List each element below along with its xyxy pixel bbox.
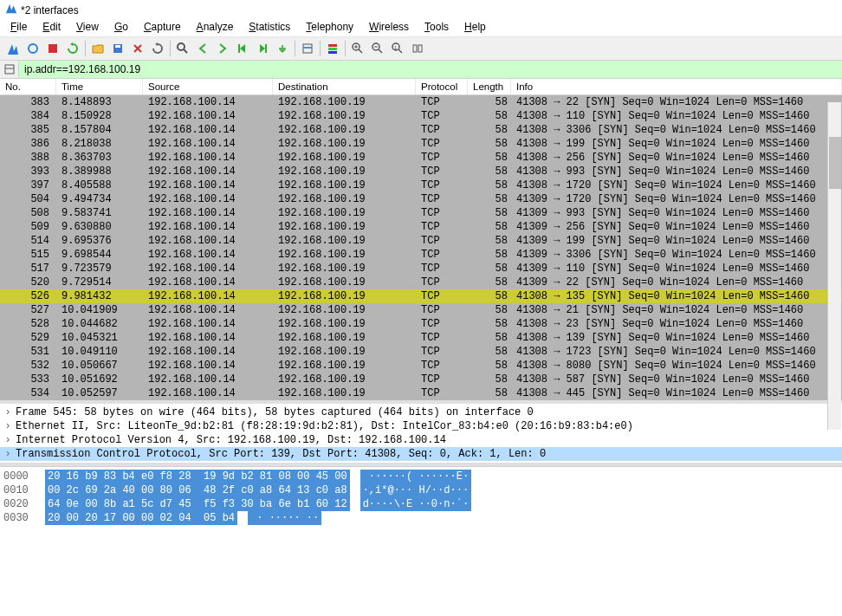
expand-icon[interactable]: › [3,448,12,460]
zoom-in-icon[interactable] [348,39,367,58]
packet-details-pane[interactable]: ›Frame 545: 58 bytes on wire (464 bits),… [0,404,842,466]
menu-file[interactable]: File [3,19,34,35]
packet-row[interactable]: 5209.729514192.168.100.14192.168.100.19T… [0,276,842,289]
packet-row[interactable]: 53410.052597192.168.100.14192.168.100.19… [0,386,842,400]
packet-row[interactable]: 3848.150928192.168.100.14192.168.100.19T… [0,109,842,123]
go-forward-icon[interactable] [213,39,232,58]
hex-row[interactable]: 001000 2c 69 2a 40 00 80 06 48 2f c0 a8 … [3,483,839,497]
bookmark-icon[interactable] [0,61,19,78]
resize-columns-icon[interactable] [408,39,427,58]
col-source[interactable]: Source [143,79,273,94]
display-filter-input[interactable] [19,61,842,78]
col-protocol[interactable]: Protocol [416,79,468,94]
packet-row[interactable]: 52810.044682192.168.100.14192.168.100.19… [0,317,842,331]
svg-rect-3 [115,45,120,48]
scrollbar-thumb[interactable] [829,137,841,189]
svg-rect-12 [328,51,337,54]
window-title: *2 interfaces [21,4,79,16]
svg-rect-24 [418,45,422,52]
packet-list-pane: No. Time Source Destination Protocol Len… [0,79,842,404]
svg-line-18 [379,49,382,53]
detail-line[interactable]: ›Internet Protocol Version 4, Src: 192.1… [0,433,842,447]
restart-capture-icon[interactable] [63,39,82,58]
packet-row[interactable]: 5049.494734192.168.100.14192.168.100.19T… [0,192,842,206]
hex-row[interactable]: 000020 16 b9 83 b4 e0 f8 28 19 9d b2 81 … [3,470,839,483]
menubar: File Edit View Go Capture Analyze Statis… [0,17,842,36]
packet-row[interactable]: 52910.045321192.168.100.14192.168.100.19… [0,331,842,345]
menu-telephony[interactable]: Telephony [299,19,360,35]
zoom-out-icon[interactable] [368,39,387,58]
packet-row[interactable]: 3978.405588192.168.100.14192.168.100.19T… [0,178,842,192]
svg-point-4 [178,43,185,50]
svg-rect-11 [328,48,337,50]
packet-row[interactable]: 5089.583741192.168.100.14192.168.100.19T… [0,206,842,220]
zoom-reset-icon[interactable]: 1 [388,39,407,58]
packet-row[interactable]: 5179.723579192.168.100.14192.168.100.19T… [0,262,842,276]
menu-edit[interactable]: Edit [36,19,68,35]
menu-help[interactable]: Help [457,19,493,35]
menu-capture[interactable]: Capture [137,19,188,35]
detail-line[interactable]: ›Ethernet II, Src: LiteonTe_9d:b2:81 (f8… [0,419,842,433]
packet-list-body[interactable]: 3838.148893192.168.100.14192.168.100.19T… [0,95,842,400]
stop-capture-icon[interactable] [43,39,62,58]
packet-row[interactable]: 53210.050667192.168.100.14192.168.100.19… [0,359,842,373]
detail-line[interactable]: ›Transmission Control Protocol, Src Port… [0,447,842,461]
svg-line-21 [398,49,402,53]
find-packet-icon[interactable] [173,39,192,58]
packet-row[interactable]: 3888.363703192.168.100.14192.168.100.19T… [0,151,842,165]
svg-rect-25 [5,65,14,74]
capture-options-icon[interactable] [23,39,42,58]
auto-scroll-icon[interactable] [298,39,317,58]
packet-row[interactable]: 3868.218038192.168.100.14192.168.100.19T… [0,137,842,151]
packet-list-scrollbar[interactable] [827,102,841,430]
packet-row[interactable]: 52710.041909192.168.100.14192.168.100.19… [0,303,842,317]
menu-tools[interactable]: Tools [418,19,456,35]
col-destination[interactable]: Destination [273,79,416,94]
toolbar: 1 [0,36,842,61]
go-back-icon[interactable] [193,39,212,58]
expand-icon[interactable]: › [3,406,12,418]
expand-icon[interactable]: › [3,434,12,446]
go-to-packet-icon[interactable] [233,39,252,58]
packet-row[interactable]: 3838.148893192.168.100.14192.168.100.19T… [0,95,842,109]
packet-row[interactable]: 5099.630880192.168.100.14192.168.100.19T… [0,220,842,234]
titlebar: *2 interfaces [0,0,842,17]
menu-wireless[interactable]: Wireless [362,19,416,35]
menu-analyze[interactable]: Analyze [190,19,241,35]
filter-bar [0,61,842,79]
svg-line-5 [184,49,187,53]
packet-row[interactable]: 5269.981432192.168.100.14192.168.100.19T… [0,289,842,303]
packet-list-header: No. Time Source Destination Protocol Len… [0,79,842,95]
menu-view[interactable]: View [69,19,106,35]
detail-line[interactable]: ›Frame 545: 58 bytes on wire (464 bits),… [0,405,842,419]
col-no[interactable]: No. [0,79,56,94]
svg-rect-10 [328,44,337,47]
packet-row[interactable]: 53110.049110192.168.100.14192.168.100.19… [0,345,842,359]
menu-go[interactable]: Go [107,19,135,35]
go-last-icon[interactable] [273,39,292,58]
colorize-icon[interactable] [323,39,342,58]
menu-statistics[interactable]: Statistics [242,19,297,35]
svg-point-0 [29,44,37,53]
packet-row[interactable]: 3938.389988192.168.100.14192.168.100.19T… [0,165,842,178]
open-file-icon[interactable] [88,39,107,58]
packet-bytes-pane[interactable]: 000020 16 b9 83 b4 e0 f8 28 19 9d b2 81 … [0,466,842,528]
close-file-icon[interactable] [128,39,147,58]
start-capture-icon[interactable] [3,39,23,58]
packet-row[interactable]: 53310.051692192.168.100.14192.168.100.19… [0,373,842,386]
expand-icon[interactable]: › [3,420,12,432]
save-file-icon[interactable] [108,39,127,58]
svg-line-14 [359,49,362,53]
reload-file-icon[interactable] [148,39,167,58]
packet-row[interactable]: 5159.698544192.168.100.14192.168.100.19T… [0,248,842,262]
packet-row[interactable]: 5149.695376192.168.100.14192.168.100.19T… [0,234,842,248]
col-info[interactable]: Info [511,79,842,94]
app-icon [5,3,17,17]
svg-rect-23 [413,45,417,52]
go-first-icon[interactable] [253,39,272,58]
hex-row[interactable]: 002064 0e 00 8b a1 5c d7 45 f5 f3 30 ba … [3,497,839,511]
packet-row[interactable]: 3858.157804192.168.100.14192.168.100.19T… [0,123,842,137]
col-length[interactable]: Length [468,79,511,94]
col-time[interactable]: Time [56,79,143,94]
hex-row[interactable]: 003020 00 20 17 00 00 02 04 05 b4 · ····… [3,511,839,525]
